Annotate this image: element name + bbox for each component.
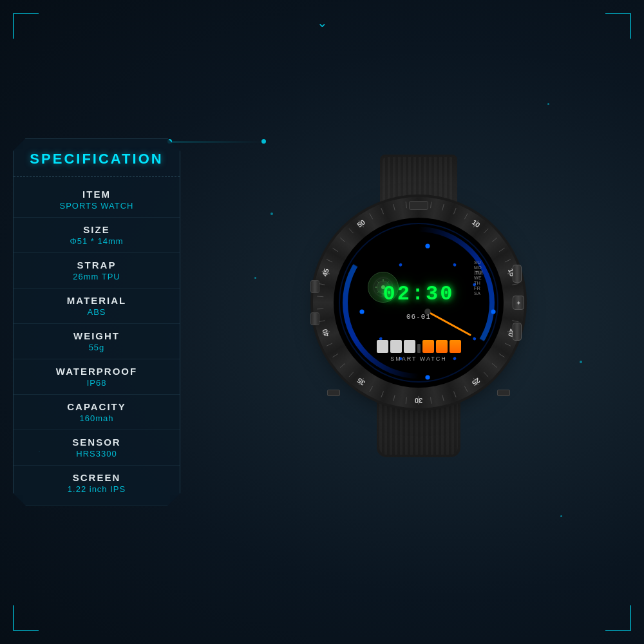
spec-title: SPECIFICATION bbox=[26, 151, 167, 167]
spec-row-5: WATERPROOF IP68 bbox=[14, 359, 180, 395]
spec-label-6: CAPACITY bbox=[26, 401, 167, 412]
svg-line-38 bbox=[381, 392, 384, 397]
side-btn-top-left[interactable] bbox=[310, 280, 319, 293]
spec-value-2: 26mm TPU bbox=[26, 272, 167, 281]
svg-line-58 bbox=[393, 204, 395, 211]
svg-line-14 bbox=[464, 214, 468, 220]
svg-line-44 bbox=[327, 343, 332, 346]
spec-label-7: SENSOR bbox=[26, 437, 167, 448]
svg-line-33 bbox=[442, 395, 444, 401]
battery-divider bbox=[417, 344, 421, 353]
panel-corner-bl bbox=[13, 496, 23, 506]
svg-line-19 bbox=[505, 260, 511, 262]
panel-corner-tr bbox=[170, 138, 180, 149]
spec-row-1: SIZE Φ51 * 14mm bbox=[14, 218, 180, 253]
spec-row-7: SENSOR HRS3300 bbox=[14, 430, 180, 466]
spec-label-1: SIZE bbox=[26, 224, 167, 235]
battery-bar-4 bbox=[422, 340, 434, 353]
svg-line-43 bbox=[333, 354, 338, 357]
svg-line-51 bbox=[327, 260, 332, 262]
bezel-tab-top bbox=[409, 201, 428, 210]
svg-line-34 bbox=[431, 397, 431, 404]
svg-line-57 bbox=[381, 208, 384, 214]
watch-container: 05 10 15 20 25 30 35 40 45 50 bbox=[283, 155, 554, 489]
spec-label-2: STRAP bbox=[26, 260, 167, 270]
battery-bars bbox=[377, 340, 461, 353]
spec-value-5: IP68 bbox=[26, 378, 167, 388]
spec-label-5: WATERPROOF bbox=[26, 366, 167, 377]
spec-row-6: CAPACITY 160mah bbox=[14, 395, 180, 430]
spec-row-8: SCREEN 1.22 inch IPS bbox=[14, 466, 180, 500]
svg-line-26 bbox=[505, 343, 511, 346]
bezel-tab-bottom-left bbox=[327, 390, 340, 396]
battery-area: SMART WATCH bbox=[377, 340, 460, 362]
svg-line-56 bbox=[370, 214, 373, 220]
bezel-tab-bottom-right bbox=[497, 390, 510, 396]
svg-point-62 bbox=[491, 309, 495, 314]
svg-line-37 bbox=[393, 395, 395, 401]
side-buttons-left bbox=[310, 280, 319, 325]
battery-bar-5 bbox=[436, 340, 448, 353]
side-btn-top-right[interactable] bbox=[513, 265, 522, 283]
watch-face: SU MO TU WE TH FR SA 02:30 06-01 bbox=[334, 218, 504, 388]
svg-line-36 bbox=[406, 397, 406, 404]
svg-line-32 bbox=[453, 392, 456, 397]
svg-point-64 bbox=[359, 309, 364, 314]
side-btn-bottom-left[interactable] bbox=[310, 312, 319, 325]
battery-bar-2 bbox=[390, 340, 402, 353]
side-btn-bottom-right[interactable] bbox=[513, 323, 522, 341]
spec-row-0: ITEM SPORTS WATCH bbox=[14, 182, 180, 218]
spec-panel: SPECIFICATION ITEM SPORTS WATCH SIZE Φ51… bbox=[13, 138, 180, 506]
side-buttons-right: ✦ bbox=[513, 265, 524, 341]
svg-point-67 bbox=[472, 337, 477, 341]
spec-header: SPECIFICATION bbox=[14, 139, 180, 177]
watch-label: SMART WATCH bbox=[390, 355, 447, 362]
svg-point-65 bbox=[453, 263, 457, 267]
svg-line-11 bbox=[431, 202, 431, 208]
svg-point-61 bbox=[425, 243, 430, 248]
watch-area: 05 10 15 20 25 30 35 40 45 50 bbox=[206, 155, 631, 489]
spec-value-4: 55g bbox=[26, 343, 167, 352]
spec-label-8: SCREEN bbox=[26, 472, 167, 483]
spec-row-2: STRAP 26mm TPU bbox=[14, 253, 180, 289]
spec-value-7: HRS3300 bbox=[26, 449, 167, 459]
svg-line-49 bbox=[319, 283, 325, 285]
spec-value-0: SPORTS WATCH bbox=[26, 201, 167, 211]
svg-line-46 bbox=[319, 321, 325, 322]
watch-body: 05 10 15 20 25 30 35 40 45 50 bbox=[322, 206, 515, 399]
svg-line-13 bbox=[453, 208, 456, 214]
svg-line-59 bbox=[406, 202, 406, 208]
battery-bar-6 bbox=[450, 340, 461, 353]
battery-bar-1 bbox=[377, 340, 388, 353]
svg-point-72 bbox=[399, 263, 403, 267]
svg-line-73 bbox=[428, 312, 470, 335]
spec-value-8: 1.22 inch IPS bbox=[26, 484, 167, 494]
spec-value-1: Φ51 * 14mm bbox=[26, 236, 167, 246]
svg-point-63 bbox=[425, 375, 430, 379]
watch-date: 06-01 bbox=[406, 313, 431, 321]
main-content: SPECIFICATION ITEM SPORTS WATCH SIZE Φ51… bbox=[13, 13, 631, 631]
spec-row-3: MATERIAL ABS bbox=[14, 289, 180, 324]
spec-row-4: WEIGHT 55g bbox=[14, 324, 180, 359]
face-markers-svg bbox=[343, 227, 504, 388]
panel-corner-tl bbox=[13, 138, 23, 149]
spec-label-3: MATERIAL bbox=[26, 295, 167, 306]
watch-time: 02:30 bbox=[383, 282, 454, 306]
panel-corner-br bbox=[170, 496, 180, 506]
spec-value-6: 160mah bbox=[26, 413, 167, 423]
svg-line-12 bbox=[442, 204, 444, 211]
spec-label-0: ITEM bbox=[26, 189, 167, 200]
svg-line-52 bbox=[333, 248, 338, 251]
spec-label-4: WEIGHT bbox=[26, 330, 167, 341]
day-display: SU MO TU WE TH FR SA bbox=[474, 260, 483, 296]
side-btn-star-right[interactable]: ✦ bbox=[513, 296, 524, 310]
spec-value-3: ABS bbox=[26, 307, 167, 317]
spec-rows: ITEM SPORTS WATCH SIZE Φ51 * 14mm STRAP … bbox=[14, 177, 180, 506]
battery-bar-3 bbox=[404, 340, 415, 353]
